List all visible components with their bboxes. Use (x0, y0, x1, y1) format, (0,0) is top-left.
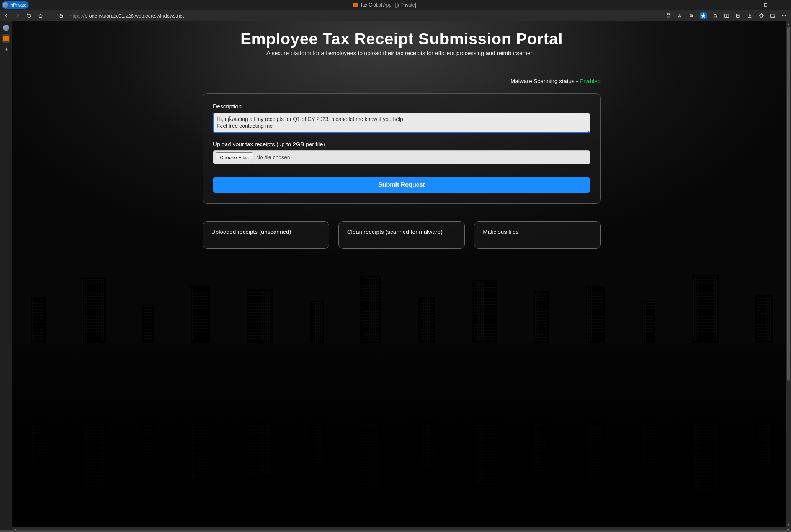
profile-avatar-icon (3, 2, 8, 8)
downloads-icon[interactable] (747, 13, 753, 19)
description-label: Description (213, 103, 590, 109)
new-tab-button[interactable]: + (2, 45, 10, 54)
inprivate-label: InPrivate (10, 3, 26, 7)
vertical-tab-strip: + (0, 21, 12, 532)
window-title: Tax-Global App - [InPrivate] (29, 2, 740, 8)
file-input-status: No file chosen (256, 154, 290, 160)
page-title: Employee Tax Receipt Submission Portal (203, 30, 601, 48)
clean-receipts-card: Clean receipts (scanned for malware) (338, 221, 465, 249)
scan-status-label: Malware Scanning status - (510, 78, 580, 84)
svg-rect-1 (765, 4, 767, 7)
nav-refresh-button[interactable] (26, 13, 32, 19)
vertical-scroll-thumb[interactable] (787, 27, 790, 381)
site-info-lock-icon[interactable] (58, 13, 64, 19)
svg-point-12 (786, 15, 786, 16)
url-protocol: https:// (70, 13, 85, 19)
upload-label: Upload your tax receipts (up to 2GB per … (213, 141, 590, 147)
uploaded-receipts-title: Uploaded receipts (unscanned) (211, 228, 291, 235)
vertical-tab-current[interactable] (2, 34, 10, 43)
page-viewport: Employee Tax Receipt Submission Portal A… (12, 21, 791, 532)
uploaded-receipts-card: Uploaded receipts (unscanned) (203, 221, 329, 249)
description-textarea[interactable] (213, 113, 590, 133)
svg-point-11 (784, 15, 784, 16)
address-bar[interactable]: https://prodenvstoracc01.z28.web.core.wi… (70, 13, 184, 19)
window-maximize-button[interactable] (757, 0, 774, 10)
favorite-star-icon[interactable] (700, 12, 707, 19)
url-host: prodenvstoracc01.z28.web.core.windows.ne… (85, 13, 184, 19)
titlebar: InPrivate Tax-Global App - [InPrivate] (0, 0, 791, 10)
read-aloud-icon[interactable] (677, 13, 683, 19)
submit-button[interactable]: Submit Request (213, 177, 590, 193)
shopping-icon[interactable] (665, 13, 672, 19)
taskbar-strip (0, 530, 791, 532)
nav-forward-button[interactable] (15, 13, 21, 19)
window-title-text: Tax-Global App - [InPrivate] (360, 2, 416, 8)
malicious-files-title: Malicious files (483, 228, 518, 235)
window-minimize-button[interactable] (740, 0, 757, 10)
favicon-icon (3, 36, 9, 41)
toolbar: https://prodenvstoracc01.z28.web.core.wi… (0, 10, 791, 21)
window-close-button[interactable] (774, 0, 791, 10)
vertical-tab-profile[interactable] (2, 24, 10, 32)
choose-files-button[interactable]: Choose Files (216, 152, 253, 162)
svg-rect-4 (60, 15, 63, 17)
scroll-up-arrow-icon[interactable]: ▲ (786, 21, 791, 27)
page-content: Employee Tax Receipt Submission Portal A… (12, 21, 791, 532)
nav-back-button[interactable] (3, 13, 9, 19)
extensions-icon[interactable] (758, 13, 764, 19)
vertical-scrollbar[interactable]: ▲ ▼ (786, 21, 791, 527)
file-input[interactable]: Choose Files No file chosen (213, 150, 590, 164)
collections-icon[interactable] (735, 13, 741, 19)
inprivate-badge: InPrivate (2, 1, 29, 9)
scan-status-value: Enabled (580, 78, 601, 84)
malware-scan-status: Malware Scanning status - Enabled (203, 78, 601, 84)
clean-receipts-title: Clean receipts (scanned for malware) (347, 228, 443, 235)
split-screen-icon[interactable] (724, 13, 730, 19)
nav-home-button[interactable] (38, 13, 44, 19)
submission-form: Description Upload your tax receipts (up… (203, 93, 601, 204)
zoom-icon[interactable] (688, 13, 695, 19)
profile-avatar-icon (3, 25, 9, 31)
svg-point-10 (782, 15, 783, 16)
screenshot-icon[interactable] (770, 13, 776, 19)
scroll-down-arrow-icon[interactable]: ▼ (786, 522, 791, 527)
page-subtitle: A secure platform for all employees to u… (203, 50, 601, 56)
malicious-files-card: Malicious files (474, 221, 601, 249)
favicon-icon (353, 3, 358, 7)
sync-icon[interactable] (712, 13, 718, 19)
more-menu-icon[interactable] (781, 13, 787, 19)
